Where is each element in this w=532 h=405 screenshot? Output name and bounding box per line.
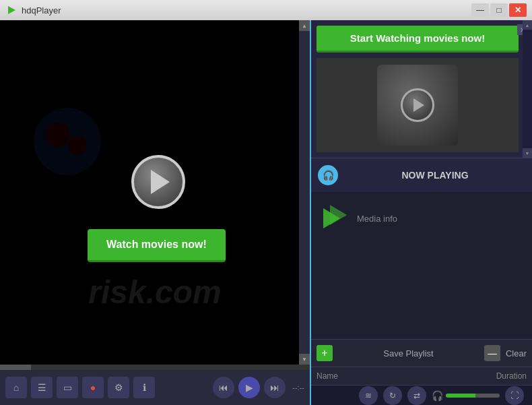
title-bar-left: hdqPlayer — [5, 4, 61, 16]
right-scrollbar: ▲ ▼ — [523, 20, 532, 158]
right-scroll-up[interactable]: ▲ — [523, 20, 532, 30]
window-controls: — □ ✕ — [471, 3, 527, 17]
thumbnail-area — [317, 58, 519, 152]
record-button[interactable]: ● — [82, 377, 104, 398]
video-scrollbar: ▲ ▼ — [299, 20, 310, 365]
svg-marker-0 — [8, 6, 15, 14]
prev-button[interactable]: ⏮ — [213, 377, 234, 398]
svg-point-1 — [34, 108, 101, 175]
right-scroll-track — [523, 30, 532, 148]
info-button[interactable]: ℹ — [133, 377, 155, 398]
folder-button[interactable]: ▭ — [57, 377, 78, 398]
playlist-controls: + Save Playlist — Clear — [311, 339, 532, 367]
app-title: hdqPlayer — [22, 5, 61, 15]
volume-control[interactable]: 🎧 — [432, 390, 500, 401]
svg-marker-5 — [330, 205, 347, 225]
now-playing-header: 🎧 NOW PLAYING — [311, 158, 532, 192]
maximize-button[interactable]: □ — [490, 3, 508, 17]
video-panel: risk.com Watch movies now! ▲ ▼ — [0, 20, 310, 405]
fullscreen-button[interactable]: ⛶ — [505, 386, 524, 405]
bottom-controls: ⌂ ☰ ▭ ● ⚙ ℹ ⏮ ▶ ⏭ --:-- — [0, 370, 310, 405]
scroll-track — [299, 31, 310, 354]
repeat-button[interactable]: ↻ — [383, 386, 402, 405]
minimize-button[interactable]: — — [471, 3, 489, 17]
title-bar: hdqPlayer — □ ✕ — [0, 0, 532, 20]
right-panel: Start Watching movies now! ✕ ▲ ▼ 🎧 NOW P… — [310, 20, 532, 405]
play-triangle-icon — [151, 170, 170, 194]
settings-button[interactable]: ⚙ — [108, 377, 129, 398]
remove-from-playlist-button[interactable]: — — [484, 345, 500, 361]
ad-banner[interactable]: Start Watching movies now! — [317, 26, 519, 53]
volume-track[interactable] — [446, 394, 500, 398]
video-area: risk.com Watch movies now! ▲ ▼ — [0, 20, 310, 365]
volume-fill-gray — [475, 394, 500, 398]
progress-fill — [0, 365, 31, 370]
media-info-label: Media info — [357, 214, 397, 224]
play-pause-button[interactable]: ▶ — [238, 377, 260, 398]
headphone-icon: 🎧 — [318, 165, 338, 185]
playlist-area: Media info — [311, 192, 532, 339]
watermark: risk.com — [88, 274, 221, 311]
col-duration-header: Duration — [479, 371, 527, 381]
bg-logo-icon — [27, 101, 108, 182]
volume-fill-green — [446, 394, 475, 398]
headphone-icon-small: 🎧 — [432, 390, 443, 401]
bottom-right-bar: ≋ ↻ ⇄ 🎧 ⛶ — [311, 385, 532, 405]
col-name-header: Name — [317, 371, 479, 381]
playlist-button[interactable]: ☰ — [31, 377, 53, 398]
playlist-table-header: Name Duration — [311, 367, 532, 385]
right-scroll-down[interactable]: ▼ — [523, 148, 532, 158]
next-button[interactable]: ⏭ — [264, 377, 286, 398]
media-info-row: Media info — [317, 197, 527, 239]
progress-bar[interactable] — [0, 365, 310, 370]
clear-playlist-button[interactable]: Clear — [506, 348, 527, 359]
app-logo — [317, 201, 350, 235]
thumbnail-inner — [377, 65, 458, 146]
bottom-right-buttons: ≋ ↻ ⇄ 🎧 ⛶ — [359, 386, 524, 405]
time-display: --:-- — [292, 383, 304, 392]
thumb-play-triangle — [413, 98, 424, 112]
home-button[interactable]: ⌂ — [5, 377, 27, 398]
close-button[interactable]: ✕ — [509, 3, 527, 17]
main-container: risk.com Watch movies now! ▲ ▼ — [0, 20, 532, 405]
equalizer-button[interactable]: ≋ — [359, 386, 378, 405]
scroll-up-arrow[interactable]: ▲ — [299, 20, 310, 31]
svg-point-2 — [45, 123, 69, 147]
add-to-playlist-button[interactable]: + — [317, 345, 333, 361]
scroll-down-arrow[interactable]: ▼ — [299, 354, 310, 365]
app-icon — [5, 4, 18, 16]
watch-movies-button[interactable]: Watch movies now! — [88, 229, 226, 262]
right-top-section: Start Watching movies now! ✕ ▲ ▼ — [311, 20, 532, 158]
thumbnail-play-button[interactable] — [401, 88, 434, 122]
now-playing-title: NOW PLAYING — [345, 170, 525, 181]
svg-point-3 — [68, 135, 87, 154]
shuffle-button[interactable]: ⇄ — [407, 386, 426, 405]
play-button-large[interactable] — [131, 155, 185, 209]
save-playlist-button[interactable]: Save Playlist — [338, 348, 479, 359]
